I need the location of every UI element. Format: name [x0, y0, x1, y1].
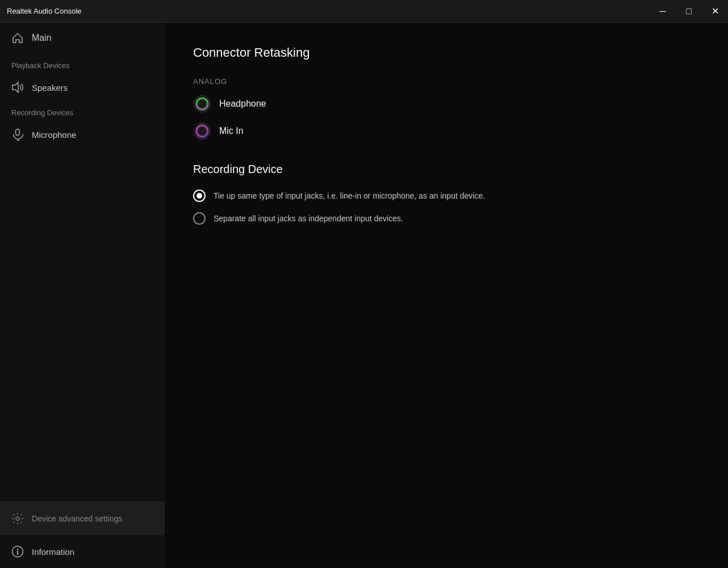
svg-marker-0 [12, 82, 18, 92]
headphone-jack-icon [193, 95, 211, 113]
sidebar-item-microphone[interactable]: Microphone [0, 121, 165, 148]
page-title: Connector Retasking [193, 45, 700, 60]
svg-point-4 [16, 517, 19, 520]
headphone-label: Headphone [219, 99, 266, 109]
main-label: Main [32, 33, 52, 43]
radio-button-2[interactable] [193, 212, 206, 225]
radio-item-2[interactable]: Separate all input jacks as independent … [193, 212, 700, 225]
sidebar-main: Main Playback Devices Speakers Recording… [0, 23, 165, 502]
radio-label-1: Tie up same type of input jacks, i.e. li… [214, 191, 485, 200]
close-button[interactable]: ✕ [702, 0, 728, 23]
recording-section-label: Recording Devices [0, 100, 165, 121]
microphone-label: Microphone [32, 130, 76, 140]
app-layout: Main Playback Devices Speakers Recording… [0, 23, 728, 568]
sidebar-item-advanced-settings[interactable]: Device advanced settings [0, 502, 165, 535]
sidebar-bottom: Device advanced settings Information [0, 502, 165, 568]
svg-rect-1 [16, 129, 20, 136]
information-label: Information [32, 547, 74, 557]
headphone-connector[interactable]: Headphone [193, 95, 700, 113]
speaker-icon [11, 81, 24, 94]
microphone-icon [11, 128, 24, 141]
minimize-button[interactable]: ─ [650, 0, 676, 23]
sidebar-item-information[interactable]: Information [0, 535, 165, 568]
micin-label: Mic In [219, 126, 244, 136]
advanced-settings-label: Device advanced settings [32, 514, 123, 523]
sidebar-item-speakers[interactable]: Speakers [0, 74, 165, 100]
svg-point-13 [201, 103, 203, 105]
radio-button-1[interactable] [193, 190, 206, 202]
radio-label-2: Separate all input jacks as independent … [214, 214, 403, 223]
svg-point-7 [17, 549, 18, 550]
recording-device-section: Recording Device Tie up same type of inp… [193, 163, 700, 225]
titlebar: Realtek Audio Console ─ □ ✕ [0, 0, 728, 23]
window-controls: ─ □ ✕ [650, 0, 728, 23]
svg-point-19 [201, 130, 203, 132]
info-icon [11, 545, 24, 558]
maximize-button[interactable]: □ [676, 0, 702, 23]
micin-jack-icon [193, 122, 211, 140]
recording-device-title: Recording Device [193, 163, 700, 176]
home-icon [11, 32, 24, 44]
playback-section-label: Playback Devices [0, 53, 165, 74]
speakers-label: Speakers [32, 83, 68, 92]
radio-item-1[interactable]: Tie up same type of input jacks, i.e. li… [193, 190, 700, 202]
sidebar: Main Playback Devices Speakers Recording… [0, 23, 165, 568]
micin-connector[interactable]: Mic In [193, 122, 700, 140]
app-title: Realtek Audio Console [7, 7, 82, 15]
sidebar-item-main[interactable]: Main [0, 23, 165, 53]
gear-icon [11, 512, 24, 525]
main-content: Connector Retasking ANALOG Headphone [165, 23, 728, 568]
analog-section-label: ANALOG [193, 77, 700, 86]
